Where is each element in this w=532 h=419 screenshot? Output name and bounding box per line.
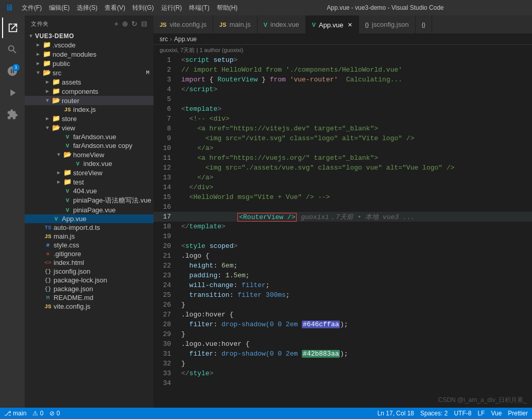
tree-item-autoimport[interactable]: ▶ TS auto-import.d.ts bbox=[25, 223, 153, 232]
tree-item-vscode[interactable]: ▶ 📁 .vscode bbox=[25, 40, 153, 49]
tree-item-storeview[interactable]: ▶ 📁 storeView bbox=[25, 168, 153, 177]
tree-item-homeview-index[interactable]: ▶ V index.vue bbox=[25, 159, 153, 168]
tab-jsconfig-json[interactable]: {} jsconfig.json bbox=[359, 15, 416, 33]
tree-root[interactable]: ▼ VUE3-DEMO bbox=[25, 32, 153, 40]
status-bar-right: Ln 17, Col 18 Spaces: 2 UTF-8 LF Vue Pre… bbox=[377, 410, 528, 417]
tree-label-view: view bbox=[62, 124, 75, 132]
collapse-icon[interactable]: ⊟ bbox=[141, 20, 148, 28]
menu-item-g[interactable]: 转到(G) bbox=[132, 4, 153, 12]
tree-item-farandson-copy[interactable]: ▶ V farAndson.vue copy bbox=[25, 141, 153, 150]
code-line-17: 17 <RouterView />guoxixi，7天前 • 本地 vue3 .… bbox=[153, 212, 532, 222]
status-branch[interactable]: ⎇ main bbox=[4, 410, 26, 417]
status-language[interactable]: Vue bbox=[491, 410, 502, 417]
line-code-14: </div> bbox=[179, 183, 213, 191]
new-folder-icon[interactable]: ⊕ bbox=[122, 20, 129, 28]
tree-item-gitignore[interactable]: ▶ ⋄ .gitignore bbox=[25, 249, 153, 258]
tree-item-router[interactable]: ▼ 📂 router bbox=[25, 96, 153, 105]
tab-extra-json[interactable]: {} bbox=[416, 15, 432, 33]
sidebar-title: 文件夹 bbox=[31, 20, 49, 28]
tree-item-public[interactable]: ▶ 📁 public bbox=[25, 59, 153, 68]
tree-item-router-index[interactable]: ▶ JS index.js bbox=[25, 105, 153, 114]
tree-label-readme: README.md bbox=[54, 294, 93, 301]
tab-label-index-vue: index.vue bbox=[270, 21, 299, 28]
new-file-icon[interactable]: + bbox=[114, 20, 119, 28]
tab-vite-config[interactable]: JS vite.config.js bbox=[153, 15, 213, 33]
menu-item-t[interactable]: 终端(T) bbox=[189, 4, 209, 12]
tree-item-piniapage-syntax[interactable]: ▶ V piniaPage-语法糖写法.vue bbox=[25, 195, 153, 206]
tree-label-router: router bbox=[62, 97, 79, 105]
folder-icon-router: 📂 bbox=[52, 96, 61, 105]
code-line-28: 28 filter: drop-shadow(0 0 2em #646cffaa… bbox=[153, 320, 532, 329]
tree-item-assets[interactable]: ▶ 📁 assets bbox=[25, 77, 153, 87]
tree-item-jsconfigjson[interactable]: ▶ {} jsconfig.json bbox=[25, 267, 153, 276]
sidebar-header-actions[interactable]: + ⊕ ↻ ⊟ bbox=[114, 20, 147, 28]
menu-item-h[interactable]: 帮助(H) bbox=[217, 4, 238, 12]
gitignore-icon: ⋄ bbox=[43, 250, 53, 257]
tab-close-app-vue[interactable]: ✕ bbox=[348, 22, 352, 28]
tree-item-mainjs[interactable]: ▶ JS main.js bbox=[25, 232, 153, 241]
line-code-22: height: 6em; bbox=[179, 262, 237, 270]
code-editor[interactable]: 1 <script setup> 2 // import HelloWorld … bbox=[153, 55, 532, 408]
tree-item-test[interactable]: ▶ 📁 test bbox=[25, 177, 153, 187]
line-code-28: filter: drop-shadow(0 0 2em #646cffaa); bbox=[179, 321, 348, 328]
tree-item-indexhtml[interactable]: ▶ <> index.html bbox=[25, 258, 153, 267]
activity-git[interactable]: 1 bbox=[2, 61, 23, 81]
code-line-34: 34 bbox=[153, 378, 532, 388]
line-code-13: </a> bbox=[179, 174, 213, 181]
tab-main-js[interactable]: JS main.js bbox=[213, 15, 258, 33]
tree-item-appvue[interactable]: ▶ V App.vue bbox=[25, 214, 153, 223]
menu-item-r[interactable]: 运行(R) bbox=[161, 4, 182, 12]
menu-item-s[interactable]: 选择(S) bbox=[77, 4, 97, 12]
tree-item-src[interactable]: ▼ 📂 src M bbox=[25, 68, 153, 77]
line-num-34: 34 bbox=[153, 379, 179, 387]
tree-item-view[interactable]: ▼ 📂 view bbox=[25, 123, 153, 132]
code-line-30: 30 .logo.vue:hover { bbox=[153, 339, 532, 349]
tab-icon-app-vue: V bbox=[312, 22, 316, 28]
status-position[interactable]: Ln 17, Col 18 bbox=[377, 410, 414, 417]
code-line-4: 4 </script> bbox=[153, 85, 532, 94]
tree-label-404: 404.vue bbox=[73, 187, 97, 195]
tree-item-store[interactable]: ▶ 📁 store bbox=[25, 114, 153, 123]
status-encoding[interactable]: UTF-8 bbox=[454, 410, 471, 417]
code-line-12: 12 <img src="./assets/vue.svg" class="lo… bbox=[153, 163, 532, 173]
activity-explorer[interactable] bbox=[2, 18, 23, 38]
menu-item-v[interactable]: 查看(V) bbox=[105, 4, 125, 12]
tree-label-mainjs: main.js bbox=[54, 232, 75, 240]
refresh-icon[interactable]: ↻ bbox=[131, 20, 138, 28]
activity-search[interactable] bbox=[2, 39, 23, 60]
line-num-25: 25 bbox=[153, 291, 179, 299]
status-errors[interactable]: ⚠ 0 bbox=[32, 410, 43, 417]
activity-extensions[interactable] bbox=[2, 104, 23, 125]
tree-item-farandson[interactable]: ▶ V farAndson.vue bbox=[25, 132, 153, 141]
status-formatter[interactable]: Prettier bbox=[508, 410, 528, 417]
activity-run[interactable] bbox=[2, 82, 23, 103]
status-warnings[interactable]: ⊘ 0 bbox=[49, 410, 60, 417]
line-code-23: padding: 1.5em; bbox=[179, 272, 250, 279]
tree-item-packagejson[interactable]: ▶ {} package.json bbox=[25, 284, 153, 293]
line-code-20: <style scoped> bbox=[179, 242, 237, 250]
tree-item-stylecss[interactable]: ▶ # style.css bbox=[25, 241, 153, 249]
tree-item-readme[interactable]: ▶ M README.md bbox=[25, 293, 153, 302]
tab-index-vue[interactable]: V index.vue bbox=[258, 15, 306, 33]
menu-item-f[interactable]: 文件(F) bbox=[22, 4, 42, 12]
tree-item-viteconfigjs[interactable]: ▶ JS vite.config.js bbox=[25, 302, 153, 311]
tree-item-components[interactable]: ▶ 📁 components bbox=[25, 87, 153, 96]
js-icon-viteconfigjs: JS bbox=[43, 304, 53, 310]
tree-item-404[interactable]: ▶ V 404.vue bbox=[25, 187, 153, 195]
code-line-20: 20 <style scoped> bbox=[153, 241, 532, 251]
code-line-9: 9 <img src="/vite.svg" class="logo" alt=… bbox=[153, 133, 532, 143]
tree-item-node-modules[interactable]: ▶ 📁 node_modules bbox=[25, 49, 153, 59]
tab-app-vue[interactable]: V App.vue ✕ bbox=[306, 15, 359, 33]
tree-item-packagelockjson[interactable]: ▶ {} package-lock.json bbox=[25, 276, 153, 284]
menu-item-e[interactable]: 编辑(E) bbox=[49, 4, 70, 12]
css-icon-stylecss: # bbox=[43, 242, 53, 248]
status-spaces[interactable]: Spaces: 2 bbox=[420, 410, 448, 417]
code-line-25: 25 transition: filter 300ms; bbox=[153, 290, 532, 300]
breadcrumb-appvue[interactable]: App.vue bbox=[174, 36, 197, 43]
tree-item-piniapage[interactable]: ▶ V piniaPage.vue bbox=[25, 206, 153, 214]
status-eol[interactable]: LF bbox=[477, 410, 485, 417]
tree-item-homeview[interactable]: ▼ 📂 homeView bbox=[25, 150, 153, 159]
line-num-19: 19 bbox=[153, 232, 179, 240]
line-num-17: 17 bbox=[153, 213, 179, 221]
breadcrumb-src[interactable]: src bbox=[160, 36, 168, 43]
